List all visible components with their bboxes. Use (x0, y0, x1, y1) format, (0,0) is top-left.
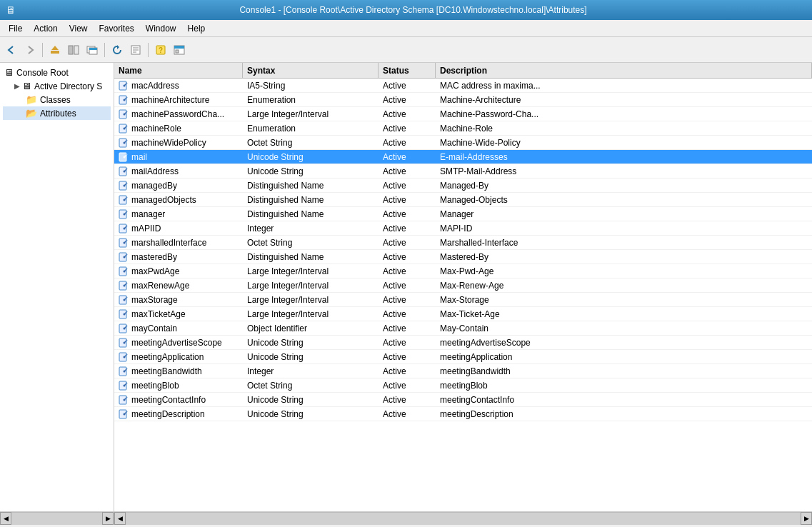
tree-classes[interactable]: 📁 Classes (3, 93, 111, 106)
table-row[interactable]: marshalledInterface Octet String Active … (114, 236, 812, 250)
table-row[interactable]: meetingContactInfo Unicode String Active… (114, 393, 812, 407)
toolbar-sep-2 (104, 43, 105, 57)
svg-text:?: ? (159, 46, 163, 54)
tree-ad-label: Active Directory S (34, 81, 102, 91)
table-row[interactable]: managedBy Distinguished Name Active Mana… (114, 179, 812, 193)
table-row[interactable]: masteredBy Distinguished Name Active Mas… (114, 250, 812, 264)
ad-schema-icon: 🖥 (22, 81, 31, 91)
svg-point-52 (124, 341, 126, 343)
cell-name: maxPwdAge (114, 266, 243, 276)
export-button[interactable] (127, 41, 144, 59)
table-row[interactable]: manager Distinguished Name Active Manage… (114, 207, 812, 221)
table-row[interactable]: mail Unicode String Active E-mail-Addres… (114, 150, 812, 164)
header-syntax[interactable]: Syntax (243, 63, 379, 78)
tree-active-directory[interactable]: ▶ 🖥 Active Directory S (3, 79, 111, 93)
table-row[interactable]: machinePasswordCha... Large Integer/Inte… (114, 107, 812, 121)
cell-description: Machine-Architecture (436, 95, 812, 105)
tree-console-root[interactable]: 🖥 Console Root (3, 66, 111, 79)
tree-panel[interactable]: 🖥 Console Root ▶ 🖥 Active Directory S 📁 … (0, 63, 114, 511)
menu-file[interactable]: File (3, 22, 28, 35)
toolbar: ? (0, 37, 812, 63)
table-row[interactable]: mayContain Object Identifier Active May-… (114, 321, 812, 336)
table-row[interactable]: mAPIID Integer Active MAPI-ID (114, 221, 812, 236)
table-row[interactable]: mailAddress Unicode String Active SMTP-M… (114, 164, 812, 179)
app-icon: 🖥 (6, 4, 16, 16)
toolbar-sep-1 (42, 43, 43, 57)
cell-name: machineRole (114, 124, 243, 134)
svg-point-24 (124, 141, 126, 144)
help-button[interactable]: ? (152, 41, 169, 59)
cell-name: meetingAdvertiseScope (114, 338, 243, 348)
cell-syntax: Enumeration (243, 124, 379, 134)
menu-window[interactable]: Window (140, 22, 182, 35)
table-row[interactable]: meetingApplication Unicode String Active… (114, 350, 812, 364)
cell-syntax: Distinguished Name (243, 252, 379, 262)
cell-name: machineArchitecture (114, 95, 243, 105)
svg-point-22 (124, 127, 126, 129)
cell-name: marshalledInterface (114, 238, 243, 248)
cell-syntax: Enumeration (243, 95, 379, 105)
properties-button[interactable] (171, 41, 188, 59)
tree-root-label: Console Root (16, 68, 69, 78)
menu-bar: File Action View Favorites Window Help (0, 20, 812, 37)
cell-name: macAddress (114, 81, 243, 91)
table-row[interactable]: maxRenewAge Large Integer/Interval Activ… (114, 278, 812, 293)
table-row[interactable]: macAddress IA5-String Active MAC address… (114, 79, 812, 93)
show-scope-button[interactable] (65, 41, 82, 59)
cell-name: masteredBy (114, 252, 243, 262)
cell-description: Manager (436, 209, 812, 219)
cell-syntax: Distinguished Name (243, 195, 379, 205)
new-window-button[interactable] (84, 41, 101, 59)
table-row[interactable]: meetingBlob Octet String Active meetingB… (114, 378, 812, 393)
cell-name: mayContain (114, 323, 243, 333)
forward-button[interactable] (21, 41, 39, 59)
svg-point-34 (124, 213, 126, 215)
cell-syntax: Unicode String (243, 352, 379, 362)
menu-help[interactable]: Help (182, 22, 211, 35)
cell-name: maxTicketAge (114, 309, 243, 319)
scroll-left-btn[interactable]: ◀ (0, 512, 11, 525)
table-row[interactable]: maxPwdAge Large Integer/Interval Active … (114, 264, 812, 278)
table-row[interactable]: meetingBandwidth Integer Active meetingB… (114, 364, 812, 378)
menu-action[interactable]: Action (28, 22, 63, 35)
menu-view[interactable]: View (64, 22, 94, 35)
cell-status: Active (379, 381, 436, 391)
table-row[interactable]: machineRole Enumeration Active Machine-R… (114, 121, 812, 136)
back-button[interactable] (3, 41, 20, 59)
header-status[interactable]: Status (379, 63, 436, 78)
svg-point-20 (124, 113, 126, 115)
scroll-right-btn[interactable]: ▶ (102, 512, 114, 525)
cell-status: Active (379, 138, 436, 148)
cell-syntax: Unicode String (243, 152, 379, 162)
list-body[interactable]: macAddress IA5-String Active MAC address… (114, 79, 812, 511)
cell-syntax: Distinguished Name (243, 209, 379, 219)
refresh-button[interactable] (109, 41, 126, 59)
cell-syntax: Large Integer/Interval (243, 109, 379, 119)
hscroll-right[interactable]: ▶ (801, 512, 812, 525)
cell-status: Active (379, 224, 436, 234)
svg-point-62 (124, 413, 126, 415)
header-name[interactable]: Name (114, 63, 243, 78)
cell-description: Machine-Password-Cha... (436, 109, 812, 119)
header-description[interactable]: Description (436, 63, 812, 78)
table-row[interactable]: meetingDescription Unicode String Active… (114, 407, 812, 421)
table-row[interactable]: managedObjects Distinguished Name Active… (114, 193, 812, 207)
menu-favorites[interactable]: Favorites (94, 22, 140, 35)
cell-description: Max-Storage (436, 295, 812, 305)
tree-attributes[interactable]: 📂 Attributes (3, 106, 111, 120)
table-row[interactable]: maxStorage Large Integer/Interval Active… (114, 293, 812, 307)
cell-description: Max-Renew-Age (436, 281, 812, 291)
table-row[interactable]: machineWidePolicy Octet String Active Ma… (114, 136, 812, 150)
svg-rect-1 (69, 46, 73, 54)
svg-point-36 (124, 227, 126, 229)
classes-folder-icon: 📁 (26, 94, 37, 105)
table-row[interactable]: maxTicketAge Large Integer/Interval Acti… (114, 307, 812, 321)
cell-syntax: Octet String (243, 138, 379, 148)
table-row[interactable]: machineArchitecture Enumeration Active M… (114, 93, 812, 107)
cell-syntax: Large Integer/Interval (243, 281, 379, 291)
hscroll-left[interactable]: ◀ (114, 512, 126, 525)
cell-syntax: Unicode String (243, 409, 379, 419)
cell-syntax: Unicode String (243, 338, 379, 348)
table-row[interactable]: meetingAdvertiseScope Unicode String Act… (114, 336, 812, 350)
up-button[interactable] (46, 41, 64, 59)
